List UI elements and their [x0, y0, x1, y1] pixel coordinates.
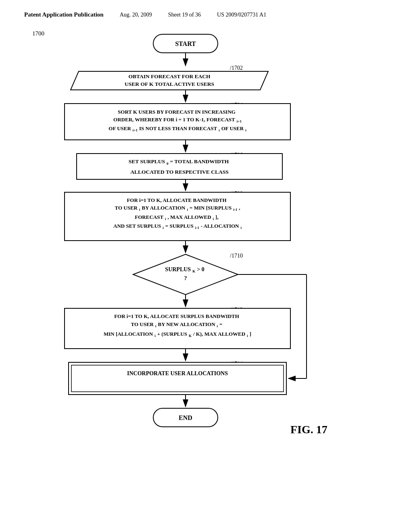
page-header: Patent Application Publication Aug. 20, … — [0, 0, 413, 22]
svg-rect-17 — [71, 365, 284, 392]
node-1702-line1: OBTAIN FORECAST FOR EACH — [128, 73, 211, 79]
flowchart-svg: START /1702 OBTAIN FORECAST FOR EACH USE… — [0, 22, 413, 514]
svg-rect-8 — [77, 154, 282, 179]
sheet-info: Sheet 19 of 36 — [168, 12, 201, 18]
page: Patent Application Publication Aug. 20, … — [0, 0, 413, 532]
svg-marker-12 — [133, 254, 238, 295]
figure-label: FIG. 17 — [290, 423, 327, 436]
label-1710: /1710 — [230, 253, 243, 259]
pub-date: Aug. 20, 2009 — [120, 12, 152, 18]
label-1702: /1702 — [230, 65, 243, 71]
node-1714-text: INCORPORATE USER ALLOCATIONS — [127, 370, 228, 376]
patent-number: US 2009/0207731 A1 — [217, 12, 266, 18]
end-node: END — [179, 414, 192, 421]
publication-title: Patent Application Publication — [24, 11, 104, 18]
node-1702-line2: USER OF K TOTAL ACTIVE USERS — [125, 81, 214, 87]
start-node: START — [175, 40, 196, 47]
diagram-id: 1700 — [32, 30, 44, 37]
